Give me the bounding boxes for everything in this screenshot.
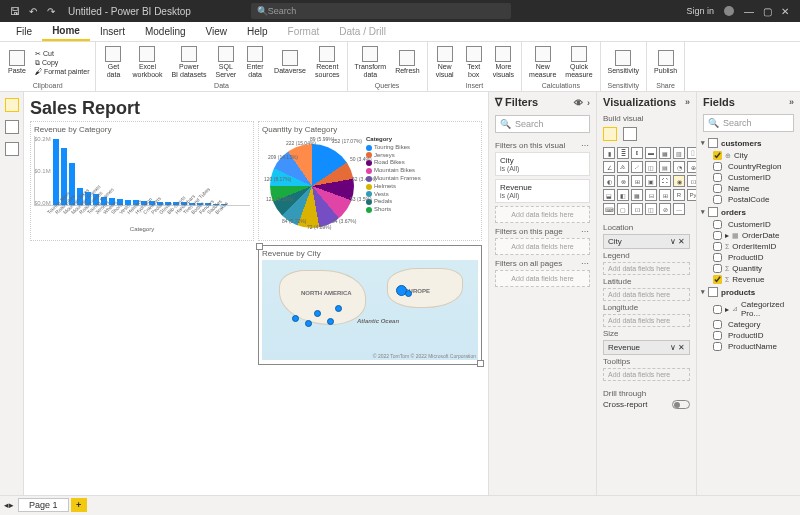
viz-type-6[interactable]: ⌷ bbox=[687, 147, 696, 159]
visual-bar-revenue[interactable]: Revenue by Category $0.2M$0.1M$0.0M Tour… bbox=[30, 121, 254, 241]
quick-measure-button[interactable]: Quickmeasure bbox=[562, 44, 595, 80]
text-box-button[interactable]: Textbox bbox=[461, 44, 487, 80]
filter-well-all[interactable]: Add data fields here bbox=[495, 270, 590, 287]
maximize-icon[interactable]: ▢ bbox=[758, 2, 776, 20]
get-data-button[interactable]: Getdata bbox=[100, 44, 126, 80]
field-CountryRegion[interactable]: CountryRegion bbox=[701, 161, 796, 172]
collapse-icon[interactable]: » bbox=[685, 97, 690, 107]
new-measure-button[interactable]: Newmeasure bbox=[526, 44, 559, 80]
copy-button[interactable]: ⧉ Copy bbox=[35, 59, 89, 67]
viz-type-20[interactable]: ⊡ bbox=[687, 175, 696, 187]
viz-type-25[interactable]: ⊞ bbox=[659, 189, 671, 201]
filters-search[interactable]: 🔍 Search bbox=[495, 115, 590, 133]
viz-type-5[interactable]: ▥ bbox=[673, 147, 685, 159]
field-Categorized Pro...[interactable]: ▸ ⊿ Categorized Pro... bbox=[701, 299, 796, 319]
cross-report-toggle[interactable] bbox=[672, 400, 690, 409]
viz-type-28[interactable]: ⌨ bbox=[603, 203, 615, 215]
legend-item[interactable]: Road Bikes bbox=[366, 159, 421, 167]
legend-item[interactable]: Touring Bikes bbox=[366, 144, 421, 152]
minimize-icon[interactable]: — bbox=[740, 2, 758, 20]
bucket-size[interactable]: Revenue∨ ✕ bbox=[603, 340, 690, 355]
filter-card-revenue[interactable]: Revenueis (All) bbox=[495, 179, 590, 203]
viz-type-17[interactable]: ▣ bbox=[645, 175, 657, 187]
bucket-location[interactable]: City∨ ✕ bbox=[603, 234, 690, 249]
menu-view[interactable]: View bbox=[196, 23, 238, 40]
viz-type-13[interactable]: ⊕ bbox=[687, 161, 696, 173]
menu-file[interactable]: File bbox=[6, 23, 42, 40]
field-OrderItemID[interactable]: Σ OrderItemID bbox=[701, 241, 796, 252]
field-CustomerID[interactable]: CustomerID bbox=[701, 172, 796, 183]
viz-type-32[interactable]: ⊘ bbox=[659, 203, 671, 215]
field-Name[interactable]: Name bbox=[701, 183, 796, 194]
build-tab-icon[interactable] bbox=[603, 127, 617, 141]
field-OrderDate[interactable]: ▸ ▦ OrderDate bbox=[701, 230, 796, 241]
viz-type-18[interactable]: ⛶ bbox=[659, 175, 671, 187]
save-icon[interactable]: 🖫 bbox=[6, 2, 24, 20]
viz-type-19[interactable]: ◉ bbox=[673, 175, 685, 187]
viz-type-4[interactable]: ▦ bbox=[659, 147, 671, 159]
power-bi-datasets-button[interactable]: PowerBI datasets bbox=[168, 44, 209, 80]
field-CustomerID[interactable]: CustomerID bbox=[701, 219, 796, 230]
visual-map-revenue[interactable]: Revenue by City NORTH AMERICA EUROPE Atl… bbox=[258, 245, 482, 365]
filter-card-city[interactable]: Cityis (All) bbox=[495, 152, 590, 176]
field-Revenue[interactable]: Σ Revenue bbox=[701, 274, 796, 285]
recent-sources-button[interactable]: Recentsources bbox=[312, 44, 343, 80]
viz-type-0[interactable]: ▮ bbox=[603, 147, 615, 159]
visual-pie-quantity[interactable]: Quantity by Category 252 (17.07%)50 (3.4… bbox=[258, 121, 482, 241]
menu-data-drill[interactable]: Data / Drill bbox=[329, 23, 396, 40]
menu-format[interactable]: Format bbox=[278, 23, 330, 40]
dataverse-button[interactable]: Dataverse bbox=[271, 48, 309, 77]
viz-type-21[interactable]: ⬓ bbox=[603, 189, 615, 201]
table-orders[interactable]: orders bbox=[701, 205, 796, 219]
format-painter-button[interactable]: 🖌 Format painter bbox=[35, 68, 89, 75]
field-ProductID[interactable]: ProductID bbox=[701, 252, 796, 263]
table-products[interactable]: products bbox=[701, 285, 796, 299]
bucket-latitude-empty[interactable]: Add data fields here bbox=[603, 288, 690, 301]
viz-type-3[interactable]: ▬ bbox=[645, 147, 657, 159]
redo-icon[interactable]: ↷ bbox=[42, 2, 60, 20]
refresh-button[interactable]: Refresh bbox=[392, 48, 423, 77]
sensitivity-button[interactable]: Sensitivity bbox=[605, 48, 643, 77]
more-icon[interactable]: ⋯ bbox=[581, 141, 590, 150]
viz-type-29[interactable]: ▢ bbox=[617, 203, 629, 215]
avatar[interactable] bbox=[724, 6, 734, 16]
publish-button[interactable]: Publish bbox=[651, 48, 680, 77]
new-visual-button[interactable]: Newvisual bbox=[432, 44, 458, 80]
close-icon[interactable]: ✕ bbox=[776, 2, 794, 20]
more-visuals-button[interactable]: Morevisuals bbox=[490, 44, 517, 80]
transform-data-button[interactable]: Transformdata bbox=[352, 44, 390, 80]
field-ProductName[interactable]: ProductName bbox=[701, 341, 796, 352]
viz-type-27[interactable]: Py bbox=[687, 189, 696, 201]
viz-type-1[interactable]: ≣ bbox=[617, 147, 629, 159]
model-view-icon[interactable] bbox=[5, 142, 19, 156]
viz-type-31[interactable]: ◫ bbox=[645, 203, 657, 215]
bucket-longitude-empty[interactable]: Add data fields here bbox=[603, 314, 690, 327]
page-tab-1[interactable]: Page 1 bbox=[18, 498, 69, 512]
viz-type-24[interactable]: ⊟ bbox=[645, 189, 657, 201]
viz-type-2[interactable]: ⫿ bbox=[631, 147, 643, 159]
menu-insert[interactable]: Insert bbox=[90, 23, 135, 40]
legend-item[interactable]: Vests bbox=[366, 191, 421, 199]
legend-item[interactable]: Jerseys bbox=[366, 152, 421, 160]
viz-type-30[interactable]: ⊡ bbox=[631, 203, 643, 215]
paste-button[interactable]: Paste bbox=[4, 48, 30, 77]
viz-type-15[interactable]: ⊗ bbox=[617, 175, 629, 187]
field-ProductID[interactable]: ProductID bbox=[701, 330, 796, 341]
field-PostalCode[interactable]: PostalCode bbox=[701, 194, 796, 205]
viz-type-9[interactable]: ⟋ bbox=[631, 161, 643, 173]
legend-item[interactable]: Shorts bbox=[366, 206, 421, 214]
map-area[interactable]: NORTH AMERICA EUROPE Atlantic Ocean © 20… bbox=[262, 260, 478, 360]
undo-icon[interactable]: ↶ bbox=[24, 2, 42, 20]
collapse-icon[interactable]: » bbox=[789, 97, 794, 107]
menu-home[interactable]: Home bbox=[42, 22, 90, 41]
fields-search[interactable]: 🔍 Search bbox=[703, 114, 794, 132]
field-Category[interactable]: Category bbox=[701, 319, 796, 330]
report-canvas[interactable]: Sales Report Revenue by Category $0.2M$0… bbox=[24, 92, 488, 495]
viz-type-33[interactable]: ⋯ bbox=[673, 203, 685, 215]
viz-type-11[interactable]: ▤ bbox=[659, 161, 671, 173]
collapse-icon[interactable]: › bbox=[587, 98, 590, 108]
bucket-tooltips-empty[interactable]: Add data fields here bbox=[603, 368, 690, 381]
data-view-icon[interactable] bbox=[5, 120, 19, 134]
menu-help[interactable]: Help bbox=[237, 23, 278, 40]
viz-type-16[interactable]: ⊞ bbox=[631, 175, 643, 187]
